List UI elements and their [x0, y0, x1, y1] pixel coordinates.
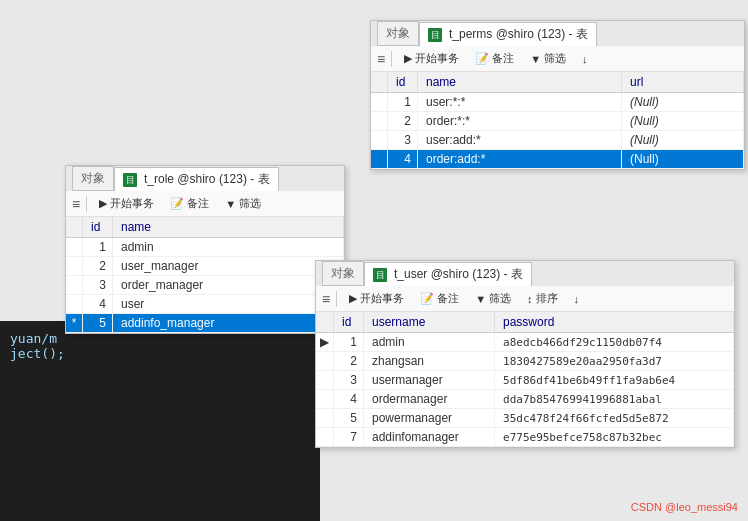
perms-col-indicator [371, 72, 388, 93]
row-id: 5 [334, 409, 364, 428]
role-menu-icon[interactable]: ≡ [72, 196, 80, 212]
user-sep1 [336, 291, 337, 307]
user-btn-transaction[interactable]: ▶ 开始事务 [343, 289, 410, 308]
role-note-label: 备注 [187, 196, 209, 211]
row-url: (Null) [622, 131, 744, 150]
user-sort-label: 排序 [536, 291, 558, 306]
table-row[interactable]: 4 user [66, 295, 344, 314]
role-btn-transaction[interactable]: ▶ 开始事务 [93, 194, 160, 213]
row-name: order:add:* [418, 150, 622, 169]
row-name: user [113, 295, 344, 314]
role-table-container: id name 1 admin 2 user_manager 3 order_m… [66, 217, 344, 333]
perms-filter-label: 筛选 [544, 51, 566, 66]
perms-tab-active[interactable]: 目 t_perms @shiro (123) - 表 [419, 22, 597, 46]
row-url: (Null) [622, 112, 744, 131]
table-row[interactable]: 4 ordermanager dda7b854769941996881abal [316, 390, 734, 409]
row-name: addinfo_manager [113, 314, 344, 333]
row-password: dda7b854769941996881abal [495, 390, 734, 409]
row-id: 5 [83, 314, 113, 333]
role-note-icon: 📝 [170, 197, 184, 210]
user-btn-filter[interactable]: ▼ 筛选 [469, 289, 517, 308]
table-row[interactable]: 2 order:*:* (Null) [371, 112, 744, 131]
perms-tab-objects[interactable]: 对象 [377, 21, 419, 46]
perms-col-name: name [418, 72, 622, 93]
role-col-name: name [113, 217, 344, 238]
row-password: e775e95befce758c87b32bec [495, 428, 734, 447]
table-row[interactable]: 1 admin [66, 238, 344, 257]
role-sep1 [86, 196, 87, 212]
user-table-container: id username password ▶ 1 admin a8edcb466… [316, 312, 734, 447]
user-tab-objects[interactable]: 对象 [322, 261, 364, 286]
role-btn-note[interactable]: 📝 备注 [164, 194, 215, 213]
table-row[interactable]: * 5 addinfo_manager [66, 314, 344, 333]
code-background: yuan/m ject(); [0, 321, 320, 521]
role-tab-objects[interactable]: 对象 [72, 166, 114, 191]
perms-note-icon: 📝 [475, 52, 489, 65]
user-table-icon: 目 [373, 268, 387, 282]
row-username: ordermanager [364, 390, 495, 409]
user-note-label: 备注 [437, 291, 459, 306]
row-id: 1 [334, 333, 364, 352]
user-col-password: password [495, 312, 734, 333]
user-col-indicator [316, 312, 334, 333]
user-btn-sort[interactable]: ↕ 排序 [521, 289, 564, 308]
role-toolbar: ≡ ▶ 开始事务 📝 备注 ▼ 筛选 [66, 191, 344, 217]
perms-btn-note[interactable]: 📝 备注 [469, 49, 520, 68]
panel-perms: 对象 目 t_perms @shiro (123) - 表 ≡ ▶ 开始事务 📝… [370, 20, 745, 170]
perms-table: id name url 1 user:*:* (Null) 2 order:*:… [371, 72, 744, 169]
row-id: 3 [334, 371, 364, 390]
user-filter-icon: ▼ [475, 293, 486, 305]
user-menu-icon[interactable]: ≡ [322, 291, 330, 307]
row-indicator [371, 112, 388, 131]
user-btn-note[interactable]: 📝 备注 [414, 289, 465, 308]
role-transaction-icon: ▶ [99, 197, 107, 210]
perms-transaction-icon: ▶ [404, 52, 412, 65]
row-id: 1 [83, 238, 113, 257]
table-row[interactable]: 2 zhangsan 1830427589e20aa2950fa3d7 [316, 352, 734, 371]
role-table-icon: 目 [123, 173, 137, 187]
user-tab-header: 对象 目 t_user @shiro (123) - 表 [316, 261, 734, 286]
table-row[interactable]: 3 order_manager [66, 276, 344, 295]
user-transaction-label: 开始事务 [360, 291, 404, 306]
user-btn-arrow[interactable]: ↓ [568, 291, 586, 307]
row-indicator: ▶ [316, 333, 334, 352]
perms-toolbar: ≡ ▶ 开始事务 📝 备注 ▼ 筛选 ↓ [371, 46, 744, 72]
table-row[interactable]: 2 user_manager [66, 257, 344, 276]
table-row[interactable]: ▶ 1 admin a8edcb466df29c1150db07f4 [316, 333, 734, 352]
row-indicator [371, 131, 388, 150]
role-transaction-label: 开始事务 [110, 196, 154, 211]
row-id: 2 [83, 257, 113, 276]
table-row[interactable]: 7 addinfomanager e775e95befce758c87b32be… [316, 428, 734, 447]
perms-btn-transaction[interactable]: ▶ 开始事务 [398, 49, 465, 68]
row-indicator: * [66, 314, 83, 333]
perms-col-id: id [388, 72, 418, 93]
table-row[interactable]: 1 user:*:* (Null) [371, 93, 744, 112]
role-tab-active[interactable]: 目 t_role @shiro (123) - 表 [114, 167, 279, 191]
role-btn-filter[interactable]: ▼ 筛选 [219, 194, 267, 213]
row-password: 35dc478f24f66fcfed5d5e872 [495, 409, 734, 428]
role-filter-label: 筛选 [239, 196, 261, 211]
row-id: 2 [334, 352, 364, 371]
user-col-username: username [364, 312, 495, 333]
table-row[interactable]: 3 usermanager 5df86df41be6b49ff1fa9ab6e4 [316, 371, 734, 390]
perms-menu-icon[interactable]: ≡ [377, 51, 385, 67]
perms-transaction-label: 开始事务 [415, 51, 459, 66]
perms-sep1 [391, 51, 392, 67]
row-password: 5df86df41be6b49ff1fa9ab6e4 [495, 371, 734, 390]
table-row[interactable]: 5 powermanager 35dc478f24f66fcfed5d5e872 [316, 409, 734, 428]
perms-btn-arrow[interactable]: ↓ [576, 51, 594, 67]
table-row[interactable]: 3 user:add:* (Null) [371, 131, 744, 150]
perms-tab-active-label: t_perms @shiro (123) - 表 [449, 26, 588, 43]
perms-note-label: 备注 [492, 51, 514, 66]
user-tab-active[interactable]: 目 t_user @shiro (123) - 表 [364, 262, 532, 286]
row-name: user_manager [113, 257, 344, 276]
role-col-id: id [83, 217, 113, 238]
table-row[interactable]: 4 order:add:* (Null) [371, 150, 744, 169]
user-note-icon: 📝 [420, 292, 434, 305]
row-id: 3 [83, 276, 113, 295]
perms-btn-filter[interactable]: ▼ 筛选 [524, 49, 572, 68]
row-id: 4 [334, 390, 364, 409]
user-tab-objects-label: 对象 [331, 265, 355, 282]
row-indicator [66, 295, 83, 314]
row-name: order_manager [113, 276, 344, 295]
